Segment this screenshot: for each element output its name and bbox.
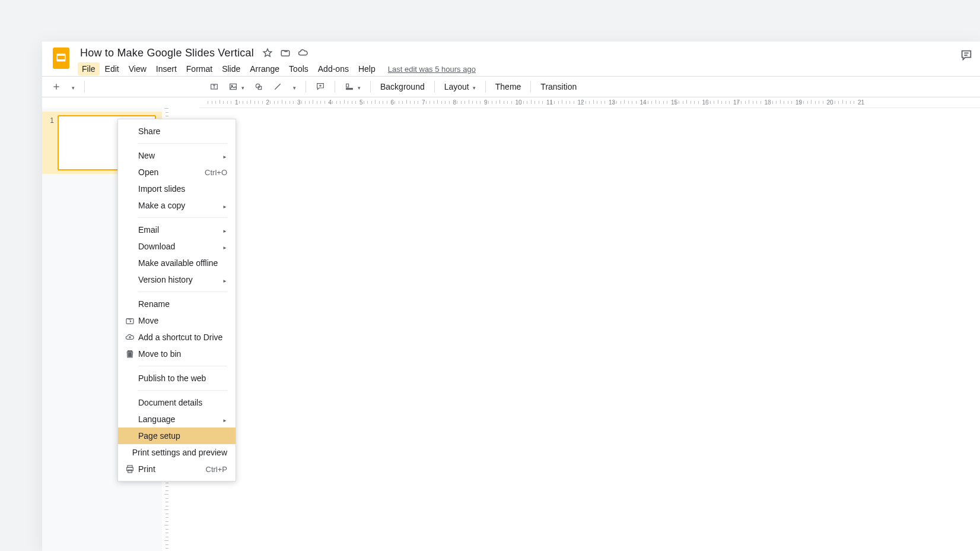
menu-help[interactable]: Help	[354, 62, 380, 75]
svg-line-17	[275, 84, 280, 89]
comment-icon[interactable]	[960, 49, 973, 62]
chevron-right-icon	[222, 226, 227, 235]
menu-item-label: Make a copy	[138, 201, 218, 210]
menu-item-label: Document details	[138, 398, 227, 407]
menu-item-label: Add a shortcut to Drive	[138, 332, 227, 342]
line-dropdown[interactable]	[288, 80, 300, 94]
slides-window: How to Make Google Slides Vertical File …	[42, 42, 980, 551]
menu-item-label: Language	[138, 414, 218, 424]
menu-item-label: Move	[138, 316, 227, 325]
file-menu-print[interactable]: PrintCtrl+P	[118, 461, 236, 477]
theme-button[interactable]: Theme	[492, 80, 525, 94]
slide-canvas[interactable]	[176, 108, 980, 551]
menu-shortcut: Ctrl+P	[206, 465, 227, 474]
file-menu-make-available-offline[interactable]: Make available offline	[118, 255, 236, 271]
file-menu-import-slides[interactable]: Import slides	[118, 180, 236, 197]
menu-format[interactable]: Format	[182, 62, 217, 75]
menu-tools[interactable]: Tools	[285, 62, 313, 75]
file-dropdown: ShareNewOpenCtrl+OImport slidesMake a co…	[117, 119, 236, 482]
file-menu-publish-to-the-web[interactable]: Publish to the web	[118, 370, 236, 387]
menu-item-label: Rename	[138, 299, 227, 309]
chevron-right-icon	[222, 415, 227, 424]
comment-button[interactable]	[312, 80, 329, 94]
toolbar: Background Layout Theme Transition	[42, 76, 980, 97]
slides-icon	[53, 48, 69, 69]
new-slide-dropdown[interactable]	[67, 80, 78, 94]
menu-arrange[interactable]: Arrange	[246, 62, 284, 75]
doc-header: How to Make Google Slides Vertical File …	[42, 42, 980, 76]
file-menu-move-to-bin[interactable]: Move to bin	[118, 346, 236, 362]
menu-edit[interactable]: Edit	[101, 62, 123, 75]
file-menu-add-a-shortcut-to-drive[interactable]: Add a shortcut to Drive	[118, 329, 236, 346]
layout-label: Layout	[444, 82, 469, 91]
file-menu-open[interactable]: OpenCtrl+O	[118, 164, 236, 180]
chevron-right-icon	[222, 242, 227, 251]
svg-rect-25	[128, 352, 132, 357]
svg-rect-28	[128, 470, 132, 473]
menu-insert[interactable]: Insert	[152, 62, 181, 75]
menu-item-label: Move to bin	[138, 349, 227, 359]
new-slide-button[interactable]	[48, 80, 65, 94]
menu-item-label: Share	[138, 126, 227, 136]
cloud-icon[interactable]	[298, 48, 308, 58]
horizontal-ruler: 123456789101112131415161718192021	[199, 97, 980, 108]
menu-item-label: Publish to the web	[138, 373, 227, 383]
chevron-right-icon	[222, 276, 227, 284]
menu-item-label: Print	[138, 464, 201, 474]
menu-item-label: Make available offline	[138, 258, 227, 268]
menu-slide[interactable]: Slide	[218, 62, 244, 75]
menu-addons[interactable]: Add-ons	[314, 62, 353, 75]
chevron-right-icon	[222, 151, 227, 160]
menu-shortcut: Ctrl+O	[205, 168, 227, 177]
menu-item-label: Version history	[138, 275, 218, 284]
menu-item-label: Page setup	[138, 431, 227, 441]
file-menu-rename[interactable]: Rename	[118, 296, 236, 312]
file-menu-move[interactable]: Move	[118, 312, 236, 329]
line-button[interactable]	[269, 80, 286, 94]
file-menu-page-setup[interactable]: Page setup	[118, 428, 236, 444]
menu-file[interactable]: File	[78, 62, 100, 75]
menu-view[interactable]: View	[125, 62, 151, 75]
star-icon[interactable]	[262, 48, 273, 58]
file-menu-email[interactable]: Email	[118, 221, 236, 238]
doc-title[interactable]: How to Make Google Slides Vertical	[78, 47, 256, 59]
align-button[interactable]	[341, 80, 364, 94]
svg-rect-20	[346, 84, 349, 87]
svg-rect-3	[58, 56, 65, 59]
menu-item-label: Print settings and preview	[132, 448, 227, 457]
last-edit-link[interactable]: Last edit was 5 hours ago	[388, 65, 476, 74]
background-button[interactable]: Background	[377, 80, 428, 94]
layout-button[interactable]: Layout	[441, 80, 479, 94]
menu-item-label: Import slides	[138, 184, 227, 194]
file-menu-download[interactable]: Download	[118, 238, 236, 255]
folder-move-icon[interactable]	[280, 48, 291, 58]
textbox-button[interactable]	[206, 80, 222, 94]
file-menu-language[interactable]: Language	[118, 411, 236, 428]
menu-item-label: Download	[138, 242, 218, 251]
menu-item-label: Email	[138, 225, 218, 235]
slide-number: 1	[46, 115, 54, 125]
file-menu-document-details[interactable]: Document details	[118, 394, 236, 411]
svg-point-15	[256, 84, 260, 88]
menu-bar: File Edit View Insert Format Slide Arran…	[78, 62, 476, 76]
shape-button[interactable]	[250, 80, 267, 94]
file-menu-version-history[interactable]: Version history	[118, 271, 236, 288]
chevron-right-icon	[222, 201, 227, 210]
file-menu-make-a-copy[interactable]: Make a copy	[118, 197, 236, 214]
svg-marker-4	[263, 49, 272, 56]
file-menu-print-settings-and-preview[interactable]: Print settings and preview	[118, 444, 236, 461]
svg-rect-21	[346, 88, 353, 90]
menu-item-label: Open	[138, 167, 200, 177]
image-button[interactable]	[225, 80, 248, 94]
file-menu-new[interactable]: New	[118, 147, 236, 164]
file-menu-share[interactable]: Share	[118, 123, 236, 140]
menu-item-label: New	[138, 151, 218, 160]
slides-logo[interactable]	[49, 46, 73, 70]
transition-button[interactable]: Transition	[537, 80, 580, 94]
